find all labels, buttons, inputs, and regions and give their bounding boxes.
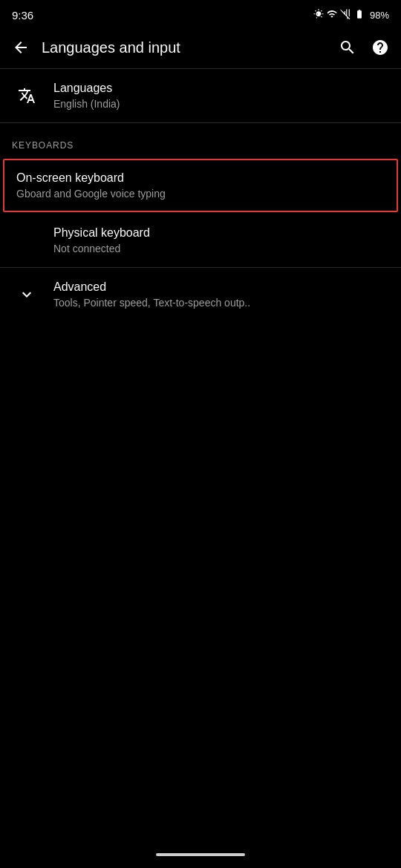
help-button[interactable]	[365, 33, 395, 62]
on-screen-keyboard-text: On-screen keyboard Gboard and Google voi…	[16, 171, 385, 201]
keyboards-header-text: Keyboards	[12, 140, 74, 151]
languages-item[interactable]: Languages English (India)	[0, 69, 401, 122]
chevron-down-icon	[12, 280, 42, 309]
signal-icon	[340, 9, 351, 22]
status-time: 9:36	[12, 9, 33, 22]
physical-keyboard-title: Physical keyboard	[53, 226, 389, 241]
advanced-item-subtitle: Tools, Pointer speed, Text-to-speech out…	[53, 296, 389, 309]
wifi-icon	[327, 9, 337, 22]
on-screen-keyboard-title: On-screen keyboard	[16, 171, 385, 186]
alarm-icon	[313, 9, 324, 22]
languages-item-title: Languages	[53, 81, 389, 96]
back-button[interactable]	[6, 33, 36, 62]
app-bar-actions	[333, 33, 395, 62]
app-bar: Languages and input	[0, 27, 401, 68]
physical-keyboard-item[interactable]: Physical keyboard Not connected	[0, 214, 401, 267]
page-title: Languages and input	[42, 39, 327, 56]
battery-percent: 98%	[370, 10, 389, 21]
bottom-nav-indicator	[156, 853, 245, 856]
on-screen-keyboard-subtitle: Gboard and Google voice typing	[16, 187, 385, 200]
physical-keyboard-text: Physical keyboard Not connected	[53, 226, 389, 256]
keyboards-section-header: Keyboards	[0, 123, 401, 157]
search-button[interactable]	[333, 33, 362, 62]
advanced-item-title: Advanced	[53, 280, 389, 295]
status-bar: 9:36 98%	[0, 0, 401, 27]
battery-icon	[353, 9, 365, 22]
languages-item-text: Languages English (India)	[53, 81, 389, 111]
languages-item-subtitle: English (India)	[53, 97, 389, 111]
on-screen-keyboard-item[interactable]: On-screen keyboard Gboard and Google voi…	[3, 159, 398, 212]
physical-keyboard-subtitle: Not connected	[53, 242, 389, 255]
translate-icon	[12, 81, 42, 111]
advanced-item-text: Advanced Tools, Pointer speed, Text-to-s…	[53, 280, 389, 310]
advanced-item[interactable]: Advanced Tools, Pointer speed, Text-to-s…	[0, 268, 401, 321]
status-icons: 98%	[313, 9, 389, 22]
